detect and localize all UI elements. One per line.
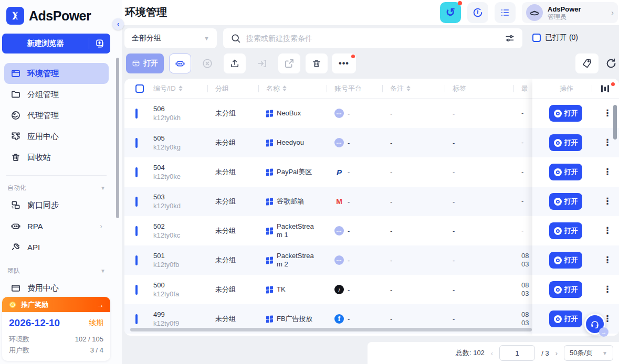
row-more-menu[interactable]: ⋮ xyxy=(603,254,612,266)
share-button[interactable] xyxy=(278,53,300,73)
batch-create-button[interactable] xyxy=(89,38,110,49)
select-all-checkbox[interactable] xyxy=(135,84,144,93)
support-expand-button[interactable]: → xyxy=(599,327,608,337)
opened-filter-checkbox[interactable]: 已打开 (0) xyxy=(532,33,578,42)
robot-icon xyxy=(11,221,21,231)
row-more-menu[interactable]: ⋮ xyxy=(603,108,612,119)
profile-role: 管理员 xyxy=(548,13,581,20)
column-header-note[interactable]: 备注 xyxy=(390,79,453,98)
checkbox[interactable] xyxy=(532,34,541,42)
column-settings-button[interactable] xyxy=(601,84,613,93)
row-more-menu[interactable]: ⋮ xyxy=(603,166,612,178)
renew-link[interactable]: 续期 xyxy=(89,318,103,328)
collapse-sidebar-button[interactable]: ‹ xyxy=(112,18,124,30)
section-team[interactable]: 团队 ▼ xyxy=(4,264,109,277)
row-checkbox[interactable] xyxy=(135,255,138,265)
sort-icon[interactable] xyxy=(179,85,183,91)
bulk-open-button[interactable]: 打开 xyxy=(126,53,164,73)
dots-platform-icon: ••• xyxy=(334,226,344,235)
env-id: k12ty0kd xyxy=(153,202,215,210)
cell-name: FB广告投放 xyxy=(266,315,334,323)
task-list-button[interactable] xyxy=(495,2,516,23)
open-env-button[interactable]: 打开 xyxy=(549,281,582,298)
cell-name: TK xyxy=(266,285,334,294)
open-env-button[interactable]: 打开 xyxy=(549,252,582,269)
tags-button[interactable] xyxy=(575,53,599,73)
more-actions-button[interactable]: ••• xyxy=(332,53,356,73)
sidebar-item-api[interactable]: API xyxy=(4,237,109,258)
dots-platform-icon: ••• xyxy=(334,138,344,147)
sidebar-item-billing[interactable]: 费用中心 xyxy=(4,277,109,298)
page-size-select[interactable]: 50条/页 ▼ xyxy=(564,345,613,361)
sort-icon[interactable] xyxy=(282,85,287,91)
sort-icon[interactable] xyxy=(406,85,411,91)
close-all-button[interactable] xyxy=(198,53,216,73)
environments-table: 编号/ID 分组 名称 账号平台 备注 标签 最 506k12ty0kh未分组N… xyxy=(124,79,619,336)
column-header-name[interactable]: 名称 xyxy=(266,79,334,98)
row-more-menu[interactable]: ⋮ xyxy=(603,137,612,148)
row-checkbox[interactable] xyxy=(135,226,138,236)
sync-icon xyxy=(472,7,484,18)
sidebar-item-trash[interactable]: 回收站 xyxy=(4,147,109,168)
profile-menu[interactable]: AdsPower 管理员 › xyxy=(522,2,618,23)
row-checkbox[interactable] xyxy=(135,285,138,295)
sidebar-scrollbar[interactable] xyxy=(116,58,119,218)
next-page-button[interactable]: › xyxy=(555,349,558,357)
rpa-task-button[interactable] xyxy=(169,53,191,73)
row-checkbox[interactable] xyxy=(135,314,138,324)
sidebar-item-window-sync[interactable]: 窗口同步 xyxy=(4,195,109,216)
row-checkbox-cell xyxy=(135,286,153,294)
open-env-button[interactable]: 打开 xyxy=(549,134,582,151)
sidebar-item-proxies[interactable]: 代理管理 xyxy=(4,105,109,126)
new-browser-button[interactable]: 新建浏览器 xyxy=(2,34,110,53)
user-count-label: 用户数 xyxy=(9,346,29,355)
export-upload-button[interactable] xyxy=(224,53,246,73)
section-automation[interactable]: 自动化 ▼ xyxy=(4,181,109,195)
opened-filter-label: 已打开 (0) xyxy=(545,33,578,42)
cell-id: 501k12ty0fb xyxy=(153,252,215,269)
sync-button[interactable] xyxy=(467,2,488,23)
notification-dot xyxy=(351,55,355,58)
cell-tag: - xyxy=(453,286,521,294)
open-env-button[interactable]: 打开 xyxy=(549,193,582,210)
horizontal-scrollbar[interactable] xyxy=(130,328,532,331)
sidebar-item-label: 代理管理 xyxy=(27,111,59,121)
migrate-button[interactable]: ↺ xyxy=(440,2,461,23)
row-more-menu[interactable]: ⋮ xyxy=(603,284,612,295)
promo-banner[interactable]: 推广奖励 → xyxy=(2,297,110,312)
wallet-icon xyxy=(11,283,21,293)
sidebar-item-apps[interactable]: 应用中心 xyxy=(4,126,109,147)
delete-button[interactable] xyxy=(306,53,328,73)
row-checkbox-cell xyxy=(135,198,153,206)
menu-divider xyxy=(6,175,107,176)
row-checkbox[interactable] xyxy=(135,138,138,148)
open-env-button[interactable]: 打开 xyxy=(549,105,582,122)
env-name: PayPal美区 xyxy=(277,168,312,176)
prev-page-button[interactable]: ‹ xyxy=(491,349,493,357)
row-checkbox[interactable] xyxy=(135,167,138,177)
pagination-bar: 总数: 102 ‹ / 3 › 50条/页 ▼ xyxy=(368,342,619,364)
row-checkbox-cell xyxy=(135,256,153,264)
row-checkbox[interactable] xyxy=(135,109,138,119)
row-more-menu[interactable]: ⋮ xyxy=(603,225,612,237)
row-more-menu[interactable]: ⋮ xyxy=(603,196,612,207)
page-number-input[interactable] xyxy=(499,345,535,361)
sidebar-item-rpa[interactable]: RPA › xyxy=(4,216,109,237)
license-card: 推广奖励 → 2026-12-10 续期 环境数 102 / 105 用户数 3… xyxy=(2,297,110,361)
actions-row: 打开⋮ xyxy=(532,245,619,275)
sidebar-item-environments[interactable]: 环境管理 xyxy=(4,63,109,84)
group-filter-select[interactable]: 全部分组 ▼ xyxy=(124,28,217,48)
cell-id: 503k12ty0kd xyxy=(153,193,215,210)
logo: AdsPower xyxy=(0,0,122,26)
open-env-button[interactable]: 打开 xyxy=(549,222,582,239)
sidebar-item-groups[interactable]: 分组管理 xyxy=(4,84,109,105)
column-header-id[interactable]: 编号/ID xyxy=(153,79,215,98)
row-checkbox[interactable] xyxy=(135,197,138,207)
open-env-button[interactable]: 打开 xyxy=(549,311,582,327)
advanced-filter-icon[interactable] xyxy=(505,33,515,44)
refresh-button[interactable] xyxy=(603,53,619,73)
search-input[interactable] xyxy=(246,34,499,42)
vertical-scrollbar[interactable] xyxy=(613,105,617,140)
move-to-group-button[interactable] xyxy=(253,53,271,73)
open-env-button[interactable]: 打开 xyxy=(549,164,582,180)
